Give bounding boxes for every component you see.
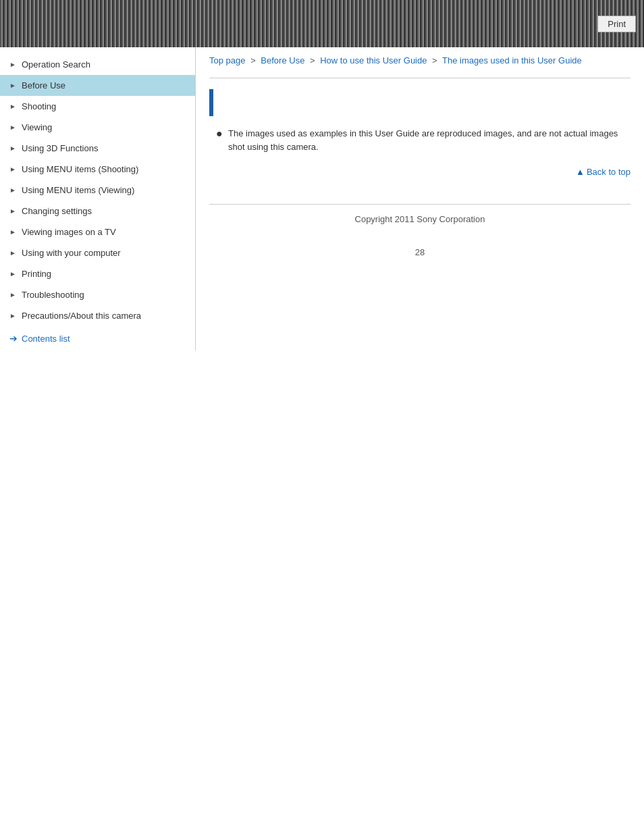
arrow-right-icon: ➔ bbox=[9, 333, 18, 344]
sidebar-item-operation-search[interactable]: ► Operation Search bbox=[0, 54, 195, 75]
breadcrumb-before-use[interactable]: Before Use bbox=[261, 55, 304, 66]
sidebar-label: Before Use bbox=[22, 80, 65, 90]
sidebar-item-printing[interactable]: ► Printing bbox=[0, 263, 195, 284]
sidebar-label: Shooting bbox=[22, 101, 56, 111]
main-layout: ► Operation Search ► Before Use ► Shooti… bbox=[0, 47, 644, 350]
sidebar-item-changing-settings[interactable]: ► Changing settings bbox=[0, 201, 195, 221]
breadcrumb-how-to-use[interactable]: How to use this User Guide bbox=[320, 55, 427, 66]
sidebar-label: Viewing bbox=[22, 122, 52, 132]
sidebar-item-troubleshooting[interactable]: ► Troubleshooting bbox=[0, 284, 195, 305]
breadcrumb-current[interactable]: The images used in this User Guide bbox=[442, 55, 582, 66]
content-area: Top page > Before Use > How to use this … bbox=[196, 47, 644, 350]
page-number: 28 bbox=[209, 234, 630, 271]
content-divider bbox=[209, 78, 630, 78]
sidebar-label: Using MENU items (Viewing) bbox=[22, 185, 134, 195]
triangle-up-icon: ▲ bbox=[576, 167, 585, 177]
sidebar-item-menu-shooting[interactable]: ► Using MENU items (Shooting) bbox=[0, 159, 195, 180]
breadcrumb-separator: > bbox=[310, 55, 315, 66]
back-to-top-label: Back to top bbox=[587, 167, 630, 177]
sidebar-item-menu-viewing[interactable]: ► Using MENU items (Viewing) bbox=[0, 180, 195, 201]
arrow-icon: ► bbox=[9, 312, 19, 319]
arrow-icon: ► bbox=[9, 145, 19, 152]
content-body: ● The images used as examples in this Us… bbox=[209, 127, 630, 153]
sidebar-label: Using 3D Functions bbox=[22, 143, 98, 153]
arrow-icon: ► bbox=[9, 165, 19, 173]
breadcrumb: Top page > Before Use > How to use this … bbox=[209, 47, 630, 72]
arrow-icon: ► bbox=[9, 124, 19, 131]
bullet-text: The images used as examples in this User… bbox=[228, 127, 630, 153]
sidebar-label: Changing settings bbox=[22, 206, 92, 216]
sidebar-item-precautions[interactable]: ► Precautions/About this camera bbox=[0, 305, 195, 326]
sidebar-item-viewing-tv[interactable]: ► Viewing images on a TV bbox=[0, 221, 195, 242]
arrow-icon: ► bbox=[9, 228, 19, 236]
arrow-icon: ► bbox=[9, 82, 19, 89]
sidebar-item-viewing[interactable]: ► Viewing bbox=[0, 117, 195, 138]
sidebar: ► Operation Search ► Before Use ► Shooti… bbox=[0, 47, 196, 350]
sidebar-label: Using with your computer bbox=[22, 248, 121, 258]
footer: Copyright 2011 Sony Corporation bbox=[209, 204, 630, 234]
print-button[interactable]: Print bbox=[597, 16, 636, 32]
sidebar-label: Troubleshooting bbox=[22, 290, 84, 300]
arrow-icon: ► bbox=[9, 291, 19, 298]
arrow-icon: ► bbox=[9, 61, 19, 68]
sidebar-item-before-use[interactable]: ► Before Use bbox=[0, 75, 195, 96]
arrow-icon: ► bbox=[9, 186, 19, 194]
sidebar-label: Using MENU items (Shooting) bbox=[22, 164, 138, 174]
sidebar-item-using-3d[interactable]: ► Using 3D Functions bbox=[0, 138, 195, 159]
contents-list-label: Contents list bbox=[22, 334, 70, 344]
breadcrumb-top-page[interactable]: Top page bbox=[209, 55, 246, 66]
sidebar-item-shooting[interactable]: ► Shooting bbox=[0, 96, 195, 117]
back-to-top-link[interactable]: ▲Back to top bbox=[576, 167, 630, 177]
sidebar-label: Printing bbox=[22, 269, 51, 279]
arrow-icon: ► bbox=[9, 270, 19, 278]
bullet-item: ● The images used as examples in this Us… bbox=[216, 127, 630, 153]
blue-bar bbox=[209, 89, 213, 116]
arrow-icon: ► bbox=[9, 103, 19, 110]
header-bar: Print bbox=[0, 0, 644, 47]
sidebar-item-computer[interactable]: ► Using with your computer bbox=[0, 242, 195, 263]
arrow-icon: ► bbox=[9, 249, 19, 257]
sidebar-label: Operation Search bbox=[22, 59, 90, 70]
arrow-icon: ► bbox=[9, 207, 19, 215]
contents-list-link[interactable]: ➔ Contents list bbox=[0, 326, 195, 350]
copyright-text: Copyright 2011 Sony Corporation bbox=[355, 214, 485, 224]
breadcrumb-separator: > bbox=[250, 55, 256, 66]
back-to-top: ▲Back to top bbox=[209, 160, 630, 184]
bullet-dot: ● bbox=[216, 127, 228, 141]
breadcrumb-separator: > bbox=[432, 55, 437, 66]
section-header bbox=[209, 89, 630, 116]
sidebar-label: Viewing images on a TV bbox=[22, 227, 116, 237]
sidebar-label: Precautions/About this camera bbox=[22, 311, 141, 321]
